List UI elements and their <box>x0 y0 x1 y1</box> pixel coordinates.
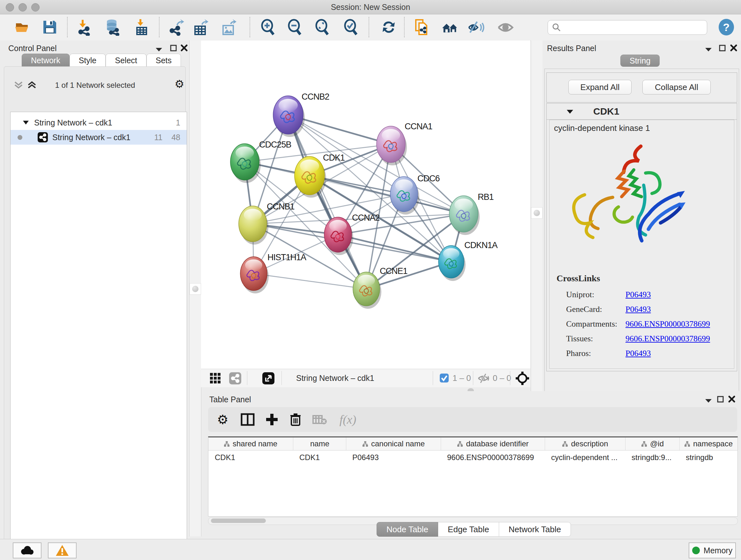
table-cell-description[interactable]: cyclin-dependent ... <box>545 450 625 464</box>
column-header-description[interactable]: description <box>545 437 625 450</box>
right-splitter[interactable] <box>531 41 543 391</box>
birds-eye-view-icon[interactable] <box>262 372 274 384</box>
node-RB1[interactable] <box>449 196 480 235</box>
grid-view-icon[interactable] <box>210 373 221 384</box>
search-input[interactable] <box>561 23 697 32</box>
warning-status-button[interactable] <box>48 543 77 558</box>
tab-string[interactable]: String <box>620 55 660 67</box>
tissues-link[interactable]: 9606.ENSP00000378699 <box>625 334 710 343</box>
import-network-database-button[interactable] <box>104 18 122 36</box>
table-cell-database-identifier[interactable]: 9606.ENSP00000378699 <box>441 450 545 464</box>
column-header-namespace[interactable]: namespace <box>679 437 738 450</box>
selected-checkbox-icon[interactable] <box>440 374 449 382</box>
uniprot-link[interactable]: P06493 <box>625 290 651 299</box>
apply-function-button[interactable]: f(x) <box>335 411 360 428</box>
zoom-in-button[interactable] <box>259 18 277 36</box>
memory-button[interactable]: Memory <box>689 543 736 558</box>
edge-CCNE1-HIST1H1A[interactable] <box>254 273 366 289</box>
table-cell-canonical-name[interactable]: P06493 <box>346 450 441 464</box>
collapse-all-networks-icon[interactable] <box>14 81 23 90</box>
table-cell-shared-name[interactable]: CDK1 <box>208 450 293 464</box>
open-session-button[interactable] <box>13 18 31 36</box>
hide-graphics-button[interactable] <box>468 18 485 36</box>
node-CDK1[interactable] <box>294 157 326 198</box>
network-view-icon[interactable] <box>229 372 241 384</box>
pharos-link[interactable]: P06493 <box>625 349 651 358</box>
expand-all-button[interactable]: Expand All <box>568 80 631 95</box>
column-header-database-identifier[interactable]: database identifier <box>441 437 545 450</box>
genecard-link[interactable]: P06493 <box>625 305 651 314</box>
export-image-button[interactable] <box>220 18 238 36</box>
save-session-button[interactable] <box>41 18 59 36</box>
import-network-file-button[interactable] <box>76 18 94 36</box>
left-splitter[interactable] <box>189 41 201 537</box>
string-copy-network-button[interactable] <box>413 18 431 36</box>
float-panel-icon[interactable] <box>717 395 724 403</box>
gene-collapse-icon[interactable] <box>566 109 574 114</box>
zoom-selected-button[interactable] <box>342 18 360 36</box>
delete-column-button[interactable] <box>286 411 305 428</box>
network-row-selected[interactable]: String Network – cdk1 11 48 <box>10 130 187 145</box>
column-header-name[interactable]: name <box>293 437 346 450</box>
export-network-button[interactable] <box>168 18 186 36</box>
create-column-button[interactable] <box>263 411 281 428</box>
close-panel-icon[interactable] <box>181 44 188 51</box>
tab-network-table[interactable]: Network Table <box>499 522 571 537</box>
namespace-icon <box>562 441 568 447</box>
network-graph[interactable]: CCNB2CCNA1CDC25BCDK1CDC6RB1CCNB1CCNA2CDK… <box>201 41 530 369</box>
collapse-panel-icon[interactable] <box>704 47 712 52</box>
node-CCNB1[interactable] <box>239 206 268 245</box>
tab-network[interactable]: Network <box>22 54 70 67</box>
splitter-handle[interactable] <box>531 207 542 219</box>
collection-label: String Network – cdk1 <box>34 118 112 127</box>
tab-node-table[interactable]: Node Table <box>377 522 438 537</box>
export-table-button[interactable] <box>192 18 210 36</box>
show-graphics-button[interactable] <box>496 18 515 36</box>
close-panel-icon[interactable] <box>730 44 737 51</box>
node-CCNB2[interactable] <box>273 96 305 137</box>
network-options-gear-icon[interactable]: ⚙ <box>175 78 184 90</box>
node-CCNA1[interactable] <box>377 126 407 165</box>
column-header-id[interactable]: @id <box>625 437 680 450</box>
show-columns-button[interactable] <box>239 411 257 428</box>
table-cell-namespace[interactable]: stringdb <box>679 450 737 464</box>
splitter-handle[interactable] <box>190 283 201 295</box>
toolbar-separator <box>250 17 250 37</box>
zoom-fit-button[interactable] <box>313 18 331 36</box>
delete-table-button[interactable] <box>311 411 329 428</box>
home-button[interactable] <box>441 18 459 36</box>
scrollbar-thumb[interactable] <box>211 518 266 523</box>
table-cell-id[interactable]: stringdb:9... <box>625 450 679 464</box>
collapse-all-button[interactable]: Collapse All <box>643 80 711 95</box>
collapse-panel-icon[interactable] <box>704 398 712 403</box>
import-table-file-button[interactable] <box>133 18 151 36</box>
node-HIST1H1A[interactable] <box>240 257 269 294</box>
table-cell-name[interactable]: CDK1 <box>293 450 346 464</box>
tree-expand-icon[interactable] <box>23 120 29 125</box>
zoom-out-button[interactable] <box>286 18 304 36</box>
table-options-gear-icon[interactable]: ⚙ <box>214 411 232 428</box>
apply-layout-button[interactable] <box>380 18 398 36</box>
expand-all-networks-icon[interactable] <box>27 81 37 90</box>
node-CCNE1[interactable] <box>353 272 381 309</box>
crosshair-icon[interactable] <box>515 371 530 386</box>
tab-style[interactable]: Style <box>70 54 106 67</box>
float-panel-icon[interactable] <box>719 44 726 52</box>
column-header-shared-name[interactable]: shared name <box>208 437 293 450</box>
node-CDKN1A[interactable] <box>439 246 466 281</box>
network-canvas[interactable]: CCNB2CCNA1CDC25BCDK1CDC6RB1CCNB1CCNA2CDK… <box>201 41 530 369</box>
compartments-link[interactable]: 9606.ENSP00000378699 <box>625 319 710 328</box>
gene-header[interactable]: CDK1 <box>547 104 737 120</box>
help-button[interactable]: ? <box>719 19 734 36</box>
cloud-status-button[interactable] <box>13 543 42 558</box>
tab-edge-table[interactable]: Edge Table <box>438 522 499 537</box>
column-header-canonical-name[interactable]: canonical name <box>346 437 441 450</box>
node-CDC6[interactable] <box>390 177 419 214</box>
tab-sets[interactable]: Sets <box>146 54 181 67</box>
close-panel-icon[interactable] <box>728 395 735 402</box>
edge-CCNA2-CDKN1A[interactable] <box>338 235 451 262</box>
network-collection-row[interactable]: String Network – cdk1 1 <box>10 115 187 130</box>
tab-select[interactable]: Select <box>106 54 146 67</box>
float-panel-icon[interactable] <box>170 44 178 52</box>
collapse-panel-icon[interactable] <box>155 47 163 52</box>
